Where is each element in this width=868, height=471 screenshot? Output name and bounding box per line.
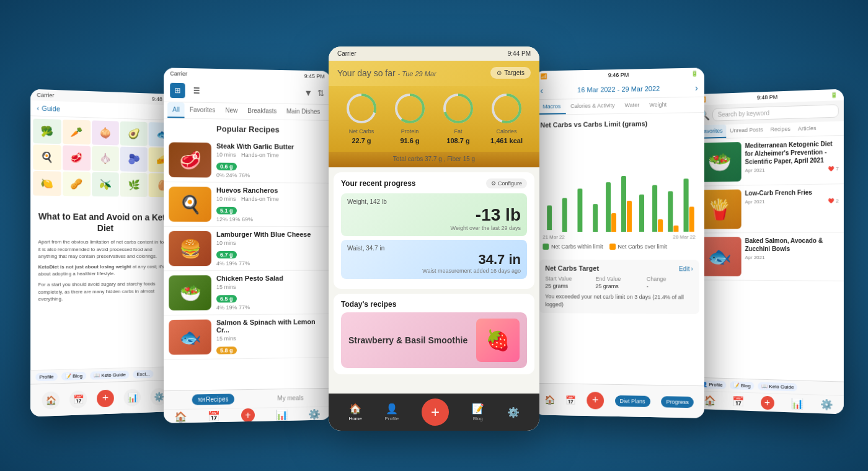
calendar-icon-blog[interactable]: 📅: [732, 395, 745, 408]
screens-container: Carrier 9:48 PM ‹ Guide 🥦 🥕 🧅 🥑 🐟 🍳 🥩 🧄 …: [0, 0, 868, 471]
smoothie-name: Strawberry & Basil Smoothie: [348, 335, 470, 345]
grid-view-btn[interactable]: ⊞: [170, 83, 185, 99]
recipes-tab[interactable]: 🍽 Recipes: [192, 394, 234, 405]
tab-label-keto[interactable]: 📖 Keto Guide: [90, 371, 130, 380]
recipe-thumb-steak: 🥩: [169, 143, 211, 178]
list-view-btn[interactable]: ☰: [189, 83, 204, 99]
sort-icon[interactable]: ⇅: [317, 88, 325, 98]
targets-button[interactable]: ⊙ Targets: [490, 67, 531, 79]
recipe-info-steak: Steak With Garlic Butter 10 mins Hands-o…: [216, 142, 326, 179]
article-title-3: Baked Salmon, Avocado & Zucchini Bowls: [745, 237, 839, 253]
smoothie-card[interactable]: Strawberry & Basil Smoothie 🍓: [341, 312, 527, 368]
search-input[interactable]: Search by keyword: [712, 104, 839, 121]
recipe-row-3[interactable]: 🍔 Lamburger With Blue Cheese 10 mins 6.7…: [164, 227, 330, 271]
bar-orange: [689, 207, 694, 232]
calendar-icon[interactable]: 📅: [69, 390, 87, 408]
fat-ring: [441, 91, 476, 126]
home-icon-blog[interactable]: 🏠: [704, 395, 715, 407]
profile-icon: 👤: [386, 403, 398, 415]
filter-new[interactable]: New: [220, 103, 242, 119]
diet-plans-btn[interactable]: Diet Plans: [615, 395, 650, 407]
progress-btn[interactable]: Progress: [661, 396, 694, 408]
edit-button[interactable]: Edit ›: [679, 265, 693, 272]
food-item: 🫐: [120, 147, 148, 172]
calendar-icon-progress[interactable]: 📅: [565, 395, 576, 405]
keto-guide-tab[interactable]: 📖 Keto Guide: [758, 382, 797, 391]
home-icon[interactable]: 🏠: [42, 391, 60, 409]
tab-label-blog[interactable]: 📝 Blog: [61, 372, 86, 381]
article-title-1: Mediterranean Ketogenic Diet for Alzheim…: [745, 139, 839, 166]
tab-weight[interactable]: Weight: [644, 98, 671, 113]
smoothie-image: 🍓: [476, 319, 520, 362]
tab-water[interactable]: Water: [620, 98, 645, 113]
recipe-name-chicken: Chicken Pesto Salad: [216, 275, 326, 283]
chart-icon[interactable]: 📊: [124, 389, 141, 407]
filter-icon[interactable]: ▼: [304, 88, 312, 98]
legend-within: Net Carbs within limit: [542, 244, 603, 250]
recipe-thumb-lamb: 🍔: [169, 231, 211, 266]
bar-green: [668, 191, 673, 231]
prev-date-btn[interactable]: ‹: [540, 86, 543, 95]
tab-macros[interactable]: Macros: [538, 99, 566, 115]
smoothie-bg: Strawberry & Basil Smoothie 🍓: [341, 312, 527, 368]
filter-all[interactable]: All: [167, 102, 185, 118]
my-meals-tab[interactable]: My meals: [277, 394, 303, 402]
recipe-row-2[interactable]: 🍳 Huevos Rancheros 10 mins Hands-on Time…: [164, 182, 330, 227]
chart-icon-blog[interactable]: 📊: [790, 397, 803, 410]
blog-tab-articles[interactable]: Articles: [794, 122, 820, 136]
add-button-main[interactable]: +: [422, 398, 449, 426]
recipe-name-steak: Steak With Garlic Butter: [216, 142, 326, 151]
blog-icon-row: 🏠 📅 + 📊 ⚙️: [693, 391, 844, 415]
recipe-thumb-salmon: 🐟: [169, 319, 211, 354]
date-label-start: 21 Mar 22: [542, 234, 564, 240]
recipe-row[interactable]: 🥩 Steak With Garlic Butter 10 mins Hands…: [164, 138, 330, 183]
recipe-thumb-huevos: 🍳: [169, 187, 211, 222]
food-item: 🥦: [33, 119, 61, 144]
recipe-row-5[interactable]: 🐟 Salmon & Spinach with Lemon Cr... 15 m…: [164, 314, 330, 360]
blog-tab-recipes[interactable]: Recipes: [767, 123, 794, 137]
filter-favorites[interactable]: Favorites: [185, 102, 221, 118]
macro-net-carbs: Net Carbs 22.7 g: [344, 91, 379, 144]
article-card-1[interactable]: 🥗 Mediterranean Ketogenic Diet for Alzhe…: [693, 136, 844, 187]
home-icon-progress[interactable]: 🏠: [544, 394, 555, 404]
article-card-2[interactable]: 🍟 Low-Carb French Fries Apr 2021 ❤️ 2: [693, 184, 844, 233]
add-button[interactable]: +: [97, 389, 114, 407]
add-button-recipes[interactable]: +: [241, 408, 255, 422]
date-nav: ‹ 16 Mar 2022 - 29 Mar 2022 ›: [534, 79, 704, 100]
tab-label-excl[interactable]: Excl...: [133, 370, 153, 379]
article-thumb-3: 🐟: [698, 237, 742, 276]
tab-calories[interactable]: Calories & Activity: [565, 99, 619, 114]
home-label: Home: [348, 416, 361, 421]
filter-main-dishes[interactable]: Main Dishes: [281, 104, 325, 120]
home-tab[interactable]: 🏠 Home: [348, 403, 361, 421]
profile-tab[interactable]: 👤 Profile: [385, 403, 399, 421]
home-icon-recipes[interactable]: 🏠: [174, 410, 187, 423]
filter-breakfasts[interactable]: Breakfasts: [242, 103, 281, 120]
bar-orange: [626, 201, 631, 232]
gear-icon-blog[interactable]: ⚙️: [820, 398, 833, 411]
tab-label-profile[interactable]: Profile: [35, 372, 57, 381]
gear-icon-recipes[interactable]: ⚙️: [308, 408, 321, 420]
progress-bottom-nav: 🏠 📅 + Diet Plans Progress: [534, 383, 704, 418]
blog-tab-bottom[interactable]: 📝 Blog: [730, 381, 754, 390]
filter-tabs: All Favorites New Breakfasts Main Dishes: [164, 102, 330, 121]
chart-icon-recipes[interactable]: 📊: [275, 408, 288, 420]
add-button-blog[interactable]: +: [761, 395, 774, 410]
target-header: Net Carbs Target Edit ›: [545, 265, 693, 273]
article-content: What to Eat and Avoid on a Keto Diet Apa…: [30, 205, 178, 313]
legend-dot-green: [542, 244, 549, 250]
heart-icon-2[interactable]: ❤️ 2: [828, 198, 839, 204]
article-title: What to Eat and Avoid on a Keto Diet: [38, 211, 170, 234]
food-item: 🌿: [120, 172, 148, 197]
main-screen: Carrier 9:44 PM Your day so far - Tue 29…: [329, 46, 539, 431]
blog-tab-unread[interactable]: Unread Posts: [726, 123, 766, 138]
add-button-progress[interactable]: +: [587, 392, 604, 409]
heart-icon-1[interactable]: ❤️ 7: [828, 166, 839, 172]
recipe-row-4[interactable]: 🥗 Chicken Pesto Salad 15 mins 6.5 g 4% 1…: [164, 271, 330, 315]
calendar-icon-recipes[interactable]: 📅: [208, 410, 220, 421]
settings-tab[interactable]: ⚙️: [507, 407, 520, 418]
article-card-3[interactable]: 🐟 Baked Salmon, Avocado & Zucchini Bowls…: [693, 232, 844, 281]
next-date-btn[interactable]: ›: [695, 83, 698, 93]
blog-tab[interactable]: 📝 Blog: [472, 403, 484, 421]
configure-button[interactable]: ⚙ Configure: [486, 178, 527, 188]
